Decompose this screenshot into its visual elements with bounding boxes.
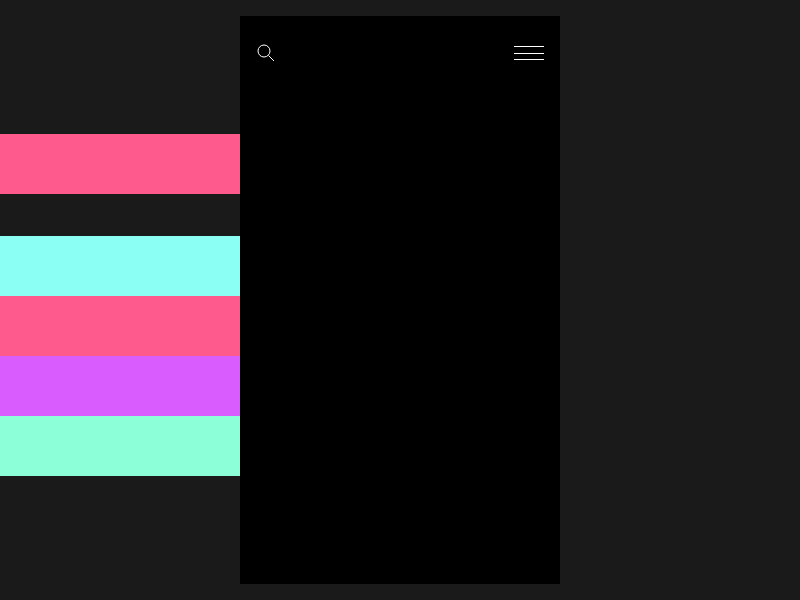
svg-point-0 <box>258 45 270 57</box>
svg-line-1 <box>269 56 275 62</box>
menu-button[interactable] <box>514 46 544 60</box>
sidebar-gap <box>0 194 240 236</box>
search-button[interactable] <box>256 43 276 63</box>
color-sidebar <box>0 134 240 476</box>
menu-icon-line <box>514 59 544 60</box>
menu-icon-line <box>514 46 544 47</box>
search-icon <box>257 44 275 62</box>
phone-frame <box>240 16 560 584</box>
color-bar-4 <box>0 416 240 476</box>
menu-icon-line <box>514 53 544 54</box>
color-bar-2 <box>0 296 240 356</box>
color-bar-0 <box>0 134 240 194</box>
color-bar-1 <box>0 236 240 296</box>
color-bar-3 <box>0 356 240 416</box>
topbar <box>240 38 560 68</box>
